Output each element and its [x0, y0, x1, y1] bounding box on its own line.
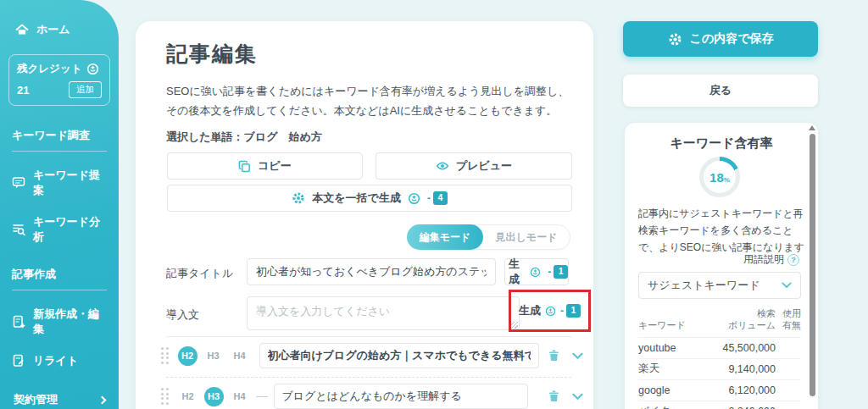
heading-text-input[interactable]: [274, 384, 528, 409]
density-percent: 18: [709, 170, 724, 185]
h3-pill[interactable]: H3: [204, 387, 224, 406]
connector-line: [256, 396, 268, 397]
tab-heading-mode[interactable]: 見出しモード: [483, 230, 570, 245]
generate-title-button[interactable]: 生成 - 1: [504, 258, 569, 285]
keyword-density-donut: 18 %: [699, 157, 740, 197]
intro-textarea[interactable]: [247, 296, 520, 330]
col-keyword: キーワード: [638, 319, 715, 332]
generate-intro-button[interactable]: 生成: [519, 303, 541, 318]
sidebar-item-home[interactable]: ホーム: [15, 22, 119, 37]
sidebar-item-keyword-suggest[interactable]: キーワード提案: [12, 168, 107, 198]
divider: [166, 377, 571, 378]
collapse-heading-button[interactable]: [572, 393, 583, 401]
h4-pill[interactable]: H4: [230, 391, 250, 401]
cost-badge: 4: [433, 191, 448, 206]
home-icon: [15, 23, 29, 36]
sidebar-item-label: キーワード分析: [33, 214, 107, 245]
sidebar-item-label: キーワード提案: [33, 168, 107, 198]
sidebar-item-label: ホーム: [36, 22, 70, 37]
scrollbar-thumb[interactable]: [810, 134, 815, 396]
col-volume: 検索 ボリューム: [715, 307, 776, 332]
select-value: サジェストキーワード: [648, 278, 760, 293]
h4-pill[interactable]: H4: [230, 351, 250, 361]
delete-heading-button[interactable]: [548, 349, 560, 362]
scrollbar: [808, 125, 816, 409]
copy-icon: [238, 160, 251, 173]
cost-minus: -: [548, 266, 551, 278]
glossary-link[interactable]: 用語説明 ?: [743, 252, 799, 267]
heading-row: H2 H3 H4: [161, 341, 585, 370]
h2-pill[interactable]: H2: [178, 391, 198, 401]
add-credit-button[interactable]: 追加: [69, 81, 102, 98]
density-percent-unit: %: [724, 176, 730, 184]
heading-text-input[interactable]: [259, 343, 539, 368]
article-title-input[interactable]: [247, 258, 496, 285]
keyword-cell: google: [638, 384, 715, 396]
save-button-label: この内容で保存: [690, 31, 774, 47]
credit-coin-icon: [545, 306, 556, 317]
sidebar-item-new-create-edit[interactable]: 新規作成・編集: [12, 307, 107, 337]
chevron-right-icon: [98, 395, 107, 404]
heading-row: H2 H3 H4: [161, 382, 585, 409]
col-used: 使用 有無: [781, 307, 801, 332]
volume-cell: 45,500,000: [715, 342, 776, 354]
cost-badge: 1: [566, 304, 581, 318]
delete-heading-button[interactable]: [548, 390, 560, 403]
document-pencil-icon: [12, 354, 25, 368]
cost-minus: -: [560, 305, 564, 317]
credit-coin-icon: [408, 192, 420, 205]
credit-coin-icon: [530, 267, 541, 278]
article-edit-card: 記事編集 SEOに強い記事を書くためにはキーワード含有率が増えるよう見出しを調整…: [136, 21, 593, 409]
chevron-down-icon: [572, 352, 583, 360]
page-description: SEOに強い記事を書くためにはキーワード含有率が増えるよう見出しを調整し、その後…: [166, 82, 573, 121]
gear-icon: [668, 32, 682, 47]
volume-cell: 6,120,000: [715, 384, 776, 396]
credit-label: 残クレジット: [17, 62, 81, 76]
keyword-cell: バイク: [638, 404, 715, 409]
h2-pill[interactable]: H2: [178, 346, 198, 366]
keyword-cell: youtube: [638, 342, 715, 354]
intro-label: 導入文: [166, 307, 199, 323]
sidebar-item-rewrite[interactable]: リライト: [12, 353, 107, 368]
panel-description: 記事内にサジェストキーワードと再検索キーワードを多く含めることで、よりSEOに強…: [638, 206, 806, 256]
magnifier-list-icon: [12, 223, 25, 236]
chevron-down-icon: [572, 393, 583, 401]
copy-button[interactable]: コピー: [167, 152, 363, 180]
h3-pill[interactable]: H3: [203, 351, 224, 361]
bulk-generate-button[interactable]: 本文を一括で生成 - 4: [167, 185, 572, 212]
sidebar-item-label: 契約管理: [14, 392, 58, 407]
credit-value: 21: [17, 84, 29, 97]
chat-bubble-icon: [12, 176, 25, 190]
question-icon: ?: [787, 254, 799, 266]
sidebar: ホーム 残クレジット 21 追加 キーワード調査 キーワード提案 キーワード分析…: [0, 0, 119, 409]
preview-button[interactable]: プレビュー: [376, 152, 572, 180]
drag-handle-icon[interactable]: [161, 388, 169, 405]
drag-handle-icon[interactable]: [161, 347, 169, 364]
save-button[interactable]: この内容で保存: [623, 21, 818, 57]
chevron-down-icon: [782, 282, 792, 289]
annotation-red-box: 生成 - 1: [509, 290, 591, 332]
trash-icon: [548, 349, 560, 362]
tab-edit-mode[interactable]: 編集モード: [407, 224, 483, 250]
gear-icon: [292, 191, 305, 205]
generate-title-label: 生成: [505, 257, 523, 287]
preview-button-label: プレビュー: [456, 158, 512, 174]
copy-button-label: コピー: [258, 158, 292, 174]
back-button[interactable]: 戻る: [623, 75, 818, 107]
table-row: 楽天 9,140,000: [638, 358, 801, 379]
scroll-up-arrow-icon[interactable]: [809, 125, 815, 130]
sidebar-item-keyword-analyze[interactable]: キーワード分析: [12, 214, 107, 245]
sidebar-section-keyword-research: キーワード調査: [12, 128, 107, 152]
page-title: 記事編集: [166, 40, 258, 68]
cost-badge: 1: [554, 265, 568, 279]
keyword-type-select[interactable]: サジェストキーワード: [638, 272, 801, 299]
sidebar-section-article-create: 記事作成: [12, 267, 107, 290]
sidebar-item-contract[interactable]: 契約管理: [14, 392, 105, 407]
table-header: キーワード 検索 ボリューム 使用 有無: [638, 307, 801, 337]
mode-toggle: 編集モード 見出しモード: [407, 224, 570, 250]
trash-icon: [548, 390, 560, 403]
eye-icon: [436, 159, 449, 173]
divider: [166, 336, 571, 337]
sidebar-item-label: 新規作成・編集: [33, 307, 107, 337]
collapse-heading-button[interactable]: [572, 352, 583, 360]
